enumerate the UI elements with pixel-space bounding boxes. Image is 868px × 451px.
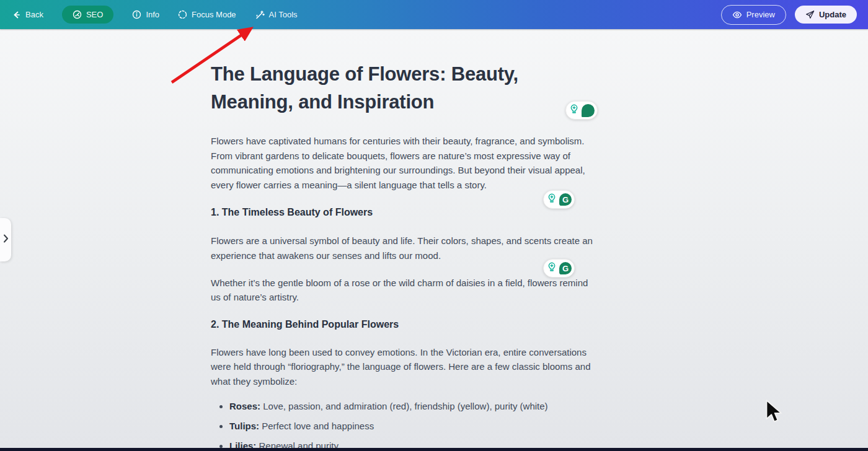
magic-wand-icon — [255, 10, 265, 20]
toolbar-left-group: Back SEO Info Focus — [11, 6, 298, 24]
update-button[interactable]: Update — [795, 6, 857, 24]
lightbulb-plus-icon — [569, 103, 580, 117]
list-meaning: Love, passion, and admiration (red), fri… — [260, 401, 548, 411]
grammarly-icon: G — [559, 193, 572, 206]
lightbulb-plus-icon — [546, 261, 557, 275]
seo-button[interactable]: SEO — [62, 6, 113, 24]
preview-label: Preview — [746, 10, 775, 19]
back-button[interactable]: Back — [11, 10, 43, 20]
info-button[interactable]: Info — [132, 10, 159, 19]
section1-paragraph-1[interactable]: Flowers are a universal symbol of beauty… — [211, 234, 596, 263]
list-item-tulips[interactable]: Tulips: Perfect love and happiness — [229, 419, 596, 434]
window-bottom-edge — [0, 448, 868, 451]
sidebar-expander[interactable] — [0, 218, 11, 261]
back-label: Back — [25, 10, 43, 19]
grammarly-icon — [582, 104, 595, 117]
chevron-right-icon — [2, 234, 9, 246]
flower-meaning-list[interactable]: Roses: Love, passion, and admiration (re… — [211, 399, 596, 451]
list-item-roses[interactable]: Roses: Love, passion, and admiration (re… — [229, 399, 596, 414]
focus-mode-button[interactable]: Focus Mode — [178, 10, 236, 19]
info-label: Info — [146, 10, 159, 19]
editor-canvas[interactable]: The Language of Flowers: Beauty, Meaning… — [211, 29, 596, 451]
section2-heading[interactable]: 2. The Meaning Behind Popular Flowers — [211, 318, 596, 331]
document-title[interactable]: The Language of Flowers: Beauty, Meaning… — [211, 60, 596, 116]
back-arrow-icon — [11, 10, 21, 20]
list-term: Tulips: — [229, 421, 259, 431]
section1-heading[interactable]: 1. The Timeless Beauty of Flowers — [211, 206, 596, 219]
editor-toolbar: Back SEO Info Focus — [0, 0, 868, 29]
send-plane-icon — [805, 10, 815, 19]
ai-tools-button[interactable]: AI Tools — [255, 10, 298, 20]
focus-mode-label: Focus Mode — [192, 10, 236, 19]
section1-paragraph-2[interactable]: Whether it’s the gentle bloom of a rose … — [211, 276, 596, 305]
list-term: Roses: — [229, 401, 260, 411]
assistant-badge-section1[interactable]: G — [543, 259, 575, 278]
mouse-cursor — [765, 400, 782, 424]
focus-dashed-circle-icon — [178, 10, 187, 19]
section2-paragraph-1[interactable]: Flowers have long been used to convey em… — [211, 345, 596, 389]
preview-button[interactable]: Preview — [721, 5, 786, 25]
toolbar-right-group: Preview Update — [721, 5, 857, 25]
eye-icon — [732, 10, 742, 20]
update-label: Update — [819, 10, 846, 19]
list-meaning: Perfect love and happiness — [259, 421, 374, 431]
paragraph-intro[interactable]: Flowers have captivated humans for centu… — [211, 134, 596, 192]
lightbulb-plus-icon — [546, 193, 557, 206]
assistant-badge-title[interactable] — [565, 101, 598, 120]
info-circle-icon — [132, 10, 141, 19]
seo-gauge-icon — [73, 10, 82, 19]
seo-label: SEO — [86, 10, 103, 19]
assistant-badge-intro[interactable]: G — [543, 190, 575, 209]
ai-tools-label: AI Tools — [269, 10, 298, 19]
grammarly-icon: G — [559, 262, 572, 274]
